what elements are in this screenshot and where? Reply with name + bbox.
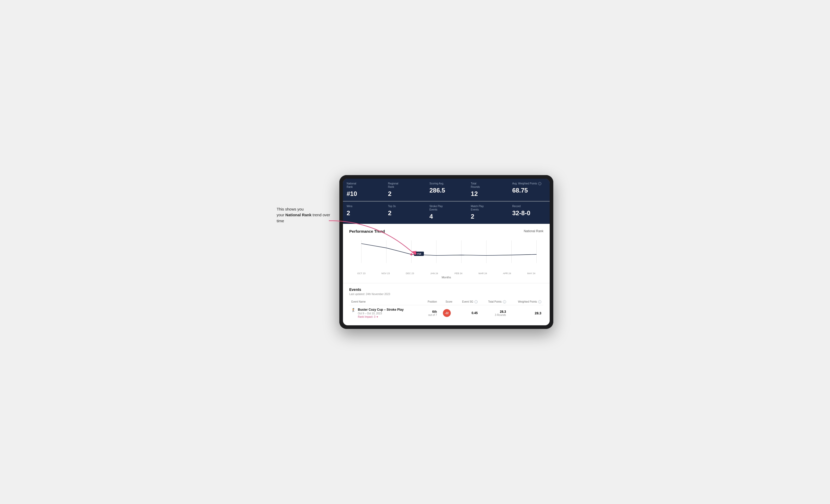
event-name-cell: 🏌️ Buster Cozy Cup – Stroke Play Oct 9 –…: [349, 305, 422, 321]
events-table: Event Name Position Score Event SG i Tot…: [349, 299, 543, 321]
chart-header: Performance Trend National Rank: [349, 229, 543, 233]
col-position: Position: [422, 299, 439, 305]
stat-regional-rank-label: RegionalRank: [388, 182, 422, 189]
stat-avg-weighted-points: Avg. Weighted Points i 68.75: [508, 179, 550, 201]
chart-title: Performance Trend: [349, 229, 385, 233]
stat-regional-rank: RegionalRank 2: [384, 179, 426, 201]
event-position: 6th: [424, 310, 437, 313]
event-sg-info-icon: i: [475, 300, 478, 303]
event-total-rounds: 3 Rounds: [482, 313, 506, 316]
stat-avg-weighted-points-value: 68.75: [512, 187, 546, 194]
stats-grid-row2: Wins 2 Top 3s 2 Stroke PlayEvents 4 Matc…: [343, 201, 550, 224]
event-date: Oct 9 – Oct 10, 2023: [358, 312, 404, 315]
chart-legend: National Rank: [524, 229, 543, 233]
chart-month-may24: MAY 24: [519, 272, 543, 275]
event-sg-cell: 0.45: [454, 305, 480, 321]
col-event-sg: Event SG i: [454, 299, 480, 305]
col-total-points: Total Points i: [480, 299, 508, 305]
stat-total-rounds-label: TotalRounds: [471, 182, 505, 189]
stat-stroke-play-events-value: 4: [429, 213, 463, 220]
stat-top3s-label: Top 3s: [388, 204, 422, 208]
performance-chart-section: Performance Trend National Rank: [343, 224, 550, 283]
weighted-points-info-icon: i: [538, 300, 541, 303]
stat-top3s-value: 2: [388, 209, 422, 217]
annotation-bold: National Rank: [285, 212, 311, 217]
stats-grid-row1: NationalRank #10 RegionalRank 2 Scoring …: [343, 179, 550, 201]
stat-top3s: Top 3s 2: [384, 201, 426, 224]
stat-national-rank-value: #10: [347, 190, 381, 198]
events-title: Events: [349, 288, 543, 292]
chart-month-apr24: APR 24: [495, 272, 519, 275]
event-score-cell: -22: [439, 305, 454, 321]
total-points-info-icon: i: [503, 300, 506, 303]
stat-stroke-play-events-label: Stroke PlayEvents: [429, 204, 463, 211]
stat-wins-value: 2: [347, 209, 381, 217]
col-weighted-points: Weighted Points i: [508, 299, 543, 305]
stat-regional-rank-value: 2: [388, 190, 422, 198]
chart-month-mar24: MAR 24: [471, 272, 495, 275]
stat-match-play-events-value: 2: [471, 213, 505, 220]
events-section: Events Last updated: 24th November 2023 …: [343, 283, 550, 325]
chart-area: #10: [349, 238, 543, 269]
event-position-cell: 6th out of 7: [422, 305, 439, 321]
chart-months: OCT 23 NOV 23 DEC 23 JAN 24 FEB 24 MAR 2…: [349, 271, 543, 275]
event-sg-value: 0.45: [456, 311, 478, 315]
events-last-updated: Last updated: 24th November 2023: [349, 293, 543, 296]
stat-match-play-events: Match PlayEvents 2: [467, 201, 508, 224]
event-position-sub: out of 7: [424, 313, 437, 316]
annotation-line1: This shows you: [277, 207, 304, 211]
event-total-points: 28.3: [482, 310, 506, 313]
stat-wins: Wins 2: [343, 201, 384, 224]
stat-scoring-avg-label: Scoring Avg.: [429, 182, 463, 185]
chart-month-nov23: NOV 23: [374, 272, 398, 275]
stat-record-value: 32-8-0: [512, 209, 546, 217]
event-rank-impact: Rank Impact: 3 ▼: [358, 315, 404, 318]
stat-avg-weighted-points-label: Avg. Weighted Points i: [512, 182, 546, 185]
chart-month-oct23: OCT 23: [349, 272, 374, 275]
stat-scoring-avg-value: 286.5: [429, 187, 463, 194]
event-total-points-cell: 28.3 3 Rounds: [480, 305, 508, 321]
stat-national-rank: NationalRank #10: [343, 179, 384, 201]
chart-svg: #10: [349, 238, 543, 269]
svg-text:#10: #10: [417, 253, 421, 255]
rank-arrow-icon: ▼: [376, 316, 379, 318]
event-score-badge: -22: [443, 309, 451, 317]
tablet-screen: NationalRank #10 RegionalRank 2 Scoring …: [343, 179, 550, 325]
event-weighted-points: 28.3: [510, 311, 541, 315]
chart-month-jan24: JAN 24: [422, 272, 446, 275]
annotation-text: This shows you your National Rank trend …: [277, 206, 334, 224]
events-table-header-row: Event Name Position Score Event SG i Tot…: [349, 299, 543, 305]
event-type-icon: 🏌️: [351, 308, 356, 312]
col-score: Score: [439, 299, 454, 305]
event-name: Buster Cozy Cup – Stroke Play: [358, 308, 404, 311]
tablet-device: NationalRank #10 RegionalRank 2 Scoring …: [339, 175, 553, 329]
chart-month-feb24: FEB 24: [446, 272, 471, 275]
col-event-name: Event Name: [349, 299, 422, 305]
stat-national-rank-label: NationalRank: [347, 182, 381, 189]
stat-total-rounds-value: 12: [471, 190, 505, 198]
table-row[interactable]: 🏌️ Buster Cozy Cup – Stroke Play Oct 9 –…: [349, 305, 543, 321]
chart-x-axis-title: Months: [349, 276, 543, 279]
events-header: Events: [349, 288, 543, 292]
svg-point-11: [415, 253, 417, 255]
stat-wins-label: Wins: [347, 204, 381, 208]
info-icon: i: [538, 182, 541, 185]
stat-stroke-play-events: Stroke PlayEvents 4: [426, 201, 467, 224]
stat-record-label: Record: [512, 204, 546, 208]
stat-match-play-events-label: Match PlayEvents: [471, 204, 505, 211]
annotation-line2: your: [277, 212, 285, 217]
stat-scoring-avg: Scoring Avg. 286.5: [426, 179, 467, 201]
stat-total-rounds: TotalRounds 12: [467, 179, 508, 201]
chart-month-dec23: DEC 23: [398, 272, 422, 275]
event-weighted-points-cell: 28.3: [508, 305, 543, 321]
svg-point-9: [410, 253, 412, 256]
stat-record: Record 32-8-0: [508, 201, 550, 224]
